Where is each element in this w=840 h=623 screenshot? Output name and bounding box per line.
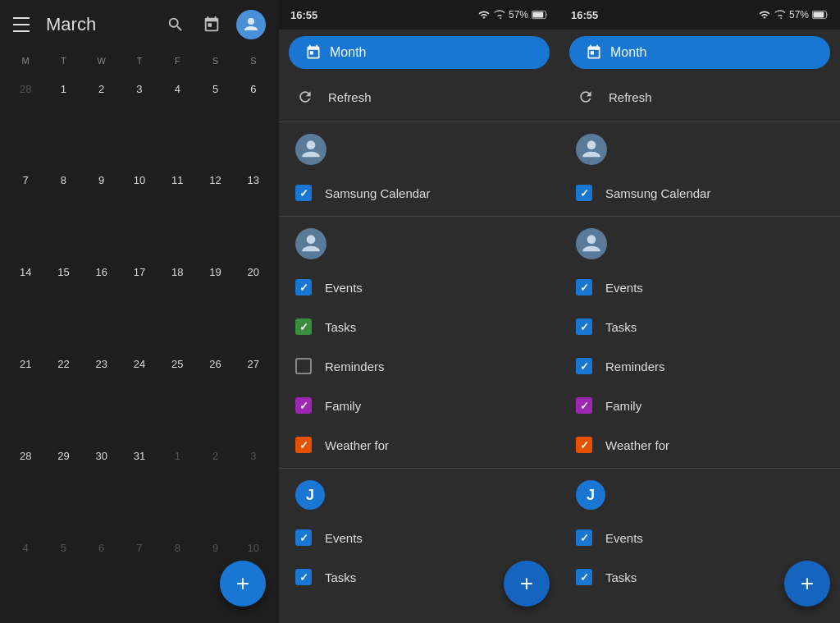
weather-label-1: Weather for bbox=[325, 438, 389, 452]
cal-day-21[interactable]: 21 bbox=[7, 347, 44, 419]
tasks-checkbox-1[interactable]: ✓ bbox=[295, 318, 312, 335]
account-1-avatar bbox=[295, 134, 326, 165]
refresh-menu-item-2[interactable]: Refresh bbox=[559, 76, 840, 118]
account-1-avatar-section-2 bbox=[559, 126, 840, 173]
samsung-calendar-item-1[interactable]: ✓ Samsung Calendar bbox=[279, 173, 559, 213]
family-checkbox-2[interactable]: ✓ bbox=[576, 397, 592, 414]
samsung-calendar-checkbox-2[interactable]: ✓ bbox=[576, 185, 592, 201]
cal-day-1-next[interactable]: 1 bbox=[158, 439, 196, 511]
family-item-2[interactable]: ✓ Family bbox=[559, 386, 840, 425]
svg-point-8 bbox=[587, 235, 596, 244]
cal-day-1[interactable]: 1 bbox=[44, 72, 82, 144]
add-event-fab-1[interactable]: + bbox=[504, 561, 550, 607]
cal-day-3-next[interactable]: 3 bbox=[235, 439, 272, 511]
cal-day-26[interactable]: 26 bbox=[196, 347, 234, 419]
reminders-checkbox-1[interactable] bbox=[295, 358, 312, 374]
add-event-fab[interactable]: + bbox=[220, 561, 266, 607]
cal-day-8-next[interactable]: 8 bbox=[158, 531, 196, 603]
cal-day-7-next[interactable]: 7 bbox=[121, 531, 158, 603]
tasks-item-2[interactable]: ✓ Tasks bbox=[559, 307, 840, 346]
j-events-checkbox-2[interactable]: ✓ bbox=[576, 529, 592, 546]
cal-day-25[interactable]: 25 bbox=[158, 347, 196, 419]
cal-day-14[interactable]: 14 bbox=[7, 256, 44, 328]
family-item-1[interactable]: ✓ Family bbox=[279, 386, 559, 425]
cal-day-10[interactable]: 10 bbox=[121, 164, 158, 236]
family-label-2: Family bbox=[605, 399, 641, 413]
j-events-item-1[interactable]: ✓ Events bbox=[279, 518, 559, 557]
tasks-item-1[interactable]: ✓ Tasks bbox=[279, 307, 559, 346]
cal-day-11[interactable]: 11 bbox=[158, 164, 196, 236]
refresh-menu-item-1[interactable]: Refresh bbox=[279, 76, 559, 118]
divider-2a bbox=[559, 121, 840, 122]
cal-day-6-next[interactable]: 6 bbox=[83, 531, 121, 603]
reminders-checkbox-2[interactable]: ✓ bbox=[576, 358, 592, 374]
tasks-label-1: Tasks bbox=[325, 320, 356, 334]
add-event-fab-2[interactable]: + bbox=[784, 561, 830, 607]
month-label-2: Month bbox=[610, 45, 646, 60]
cal-day-6[interactable]: 6 bbox=[235, 72, 272, 144]
cal-day-29[interactable]: 29 bbox=[44, 439, 82, 511]
cal-day-24[interactable]: 24 bbox=[121, 347, 158, 419]
cal-day-15[interactable]: 15 bbox=[44, 256, 82, 328]
account-2-avatar bbox=[295, 228, 326, 259]
weather-label-2: Weather for bbox=[605, 438, 669, 452]
calendar-title: March bbox=[46, 14, 164, 35]
cal-day-2-next[interactable]: 2 bbox=[196, 439, 234, 511]
month-view-button-2[interactable]: Month bbox=[569, 36, 830, 69]
cal-day-4[interactable]: 4 bbox=[158, 72, 196, 144]
j-events-checkbox-1[interactable]: ✓ bbox=[295, 529, 312, 546]
cal-day-30[interactable]: 30 bbox=[83, 439, 121, 511]
cal-day-4-next[interactable]: 4 bbox=[7, 531, 44, 603]
cal-day-20[interactable]: 20 bbox=[235, 256, 272, 328]
calendar-header: March bbox=[0, 0, 279, 49]
cal-day-27[interactable]: 27 bbox=[235, 347, 272, 419]
weather-checkbox-1[interactable]: ✓ bbox=[295, 437, 312, 453]
cal-day-13[interactable]: 13 bbox=[235, 164, 272, 236]
cal-day-8[interactable]: 8 bbox=[44, 164, 82, 236]
weather-item-1[interactable]: ✓ Weather for bbox=[279, 425, 559, 465]
cal-day-22[interactable]: 22 bbox=[44, 347, 82, 419]
cal-day-3[interactable]: 3 bbox=[121, 72, 158, 144]
j-events-item-2[interactable]: ✓ Events bbox=[559, 518, 840, 557]
cal-day-2[interactable]: 2 bbox=[83, 72, 121, 144]
cal-day-9[interactable]: 9 bbox=[83, 164, 121, 236]
events-item-2[interactable]: ✓ Events bbox=[559, 268, 840, 307]
weather-item-2[interactable]: ✓ Weather for bbox=[559, 425, 840, 465]
reminders-item-1[interactable]: Reminders bbox=[279, 346, 559, 386]
j-tasks-checkbox-1[interactable]: ✓ bbox=[295, 569, 312, 585]
j-avatar-1: J bbox=[295, 480, 325, 510]
cal-day-18[interactable]: 18 bbox=[158, 256, 196, 328]
events-item-1[interactable]: ✓ Events bbox=[279, 268, 559, 307]
cal-day-28-prev[interactable]: 28 bbox=[7, 72, 44, 144]
month-view-button-1[interactable]: Month bbox=[289, 36, 550, 69]
samsung-calendar-checkbox-1[interactable]: ✓ bbox=[295, 185, 312, 201]
reminders-item-2[interactable]: ✓ Reminders bbox=[559, 346, 840, 386]
cal-day-7[interactable]: 7 bbox=[7, 164, 44, 236]
weather-checkbox-2[interactable]: ✓ bbox=[576, 437, 592, 453]
j-tasks-checkbox-2[interactable]: ✓ bbox=[576, 569, 592, 585]
cal-day-16[interactable]: 16 bbox=[83, 256, 121, 328]
tasks-checkbox-2[interactable]: ✓ bbox=[576, 318, 592, 335]
family-checkbox-1[interactable]: ✓ bbox=[295, 397, 312, 414]
view-toggle-button[interactable] bbox=[200, 13, 223, 36]
cal-day-19[interactable]: 19 bbox=[196, 256, 234, 328]
j-avatar-section-2: J bbox=[559, 472, 840, 518]
events-checkbox-2[interactable]: ✓ bbox=[576, 279, 592, 295]
samsung-calendar-item-2[interactable]: ✓ Samsung Calendar bbox=[559, 173, 840, 213]
account-2-avatar-2 bbox=[576, 228, 607, 259]
cal-day-5-next[interactable]: 5 bbox=[44, 531, 82, 603]
user-avatar[interactable] bbox=[236, 10, 266, 39]
cal-day-28[interactable]: 28 bbox=[7, 439, 44, 511]
cal-day-31[interactable]: 31 bbox=[121, 439, 158, 511]
refresh-label-2: Refresh bbox=[609, 90, 652, 104]
divider-2c bbox=[559, 468, 840, 469]
day-thu: T bbox=[121, 53, 158, 69]
events-checkbox-1[interactable]: ✓ bbox=[295, 279, 312, 295]
cal-day-12[interactable]: 12 bbox=[196, 164, 234, 236]
cal-day-5[interactable]: 5 bbox=[196, 72, 234, 144]
day-sat: S bbox=[196, 53, 234, 69]
cal-day-17[interactable]: 17 bbox=[121, 256, 158, 328]
cal-day-23[interactable]: 23 bbox=[83, 347, 121, 419]
search-button[interactable] bbox=[164, 13, 187, 36]
hamburger-menu[interactable] bbox=[13, 15, 33, 34]
